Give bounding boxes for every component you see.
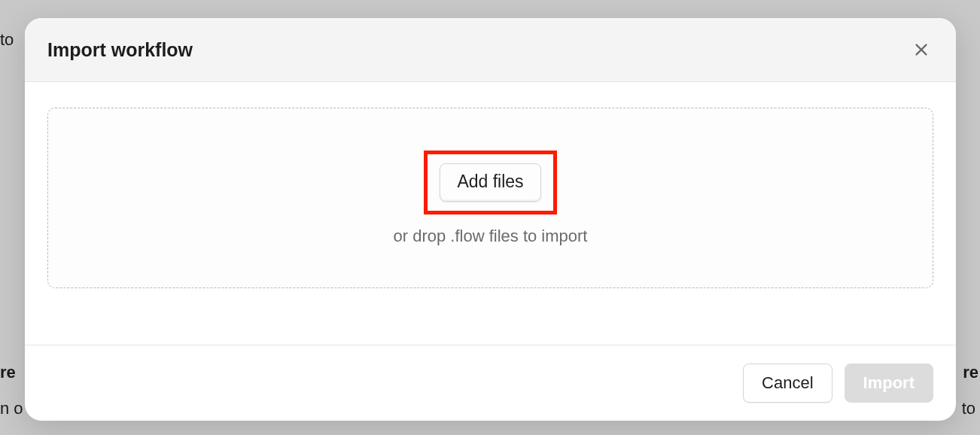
close-button[interactable] [909, 38, 933, 62]
file-dropzone[interactable]: Add files or drop .flow files to import [47, 108, 933, 288]
modal-footer: Cancel Import [25, 345, 956, 421]
background-text-fragment: re [963, 363, 978, 382]
add-files-button[interactable]: Add files [440, 163, 540, 202]
modal-body: Add files or drop .flow files to import [25, 82, 956, 345]
cancel-button[interactable]: Cancel [743, 364, 832, 403]
background-text-fragment: to [0, 30, 14, 50]
close-icon [913, 41, 930, 58]
background-text-fragment: re [0, 363, 16, 382]
import-workflow-modal: Import workflow Add files or drop .flow … [25, 18, 956, 421]
background-text-fragment: n o [0, 399, 23, 418]
dropzone-hint: or drop .flow files to import [394, 227, 588, 246]
modal-header: Import workflow [25, 18, 956, 82]
modal-title: Import workflow [47, 39, 193, 61]
import-button[interactable]: Import [845, 364, 933, 403]
background-text-fragment: to [962, 399, 975, 418]
highlight-annotation: Add files [424, 151, 556, 214]
